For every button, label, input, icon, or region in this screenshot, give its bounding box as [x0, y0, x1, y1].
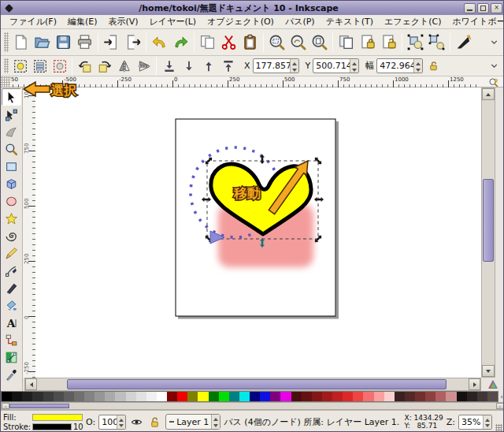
palette-swatch[interactable]	[280, 392, 291, 401]
palette-swatch[interactable]	[167, 392, 177, 401]
flip-vertical-button[interactable]	[134, 58, 154, 75]
zoom-field[interactable]: 35%	[458, 415, 492, 430]
menu-path[interactable]: パス(P)	[280, 14, 321, 29]
toolbar-overflow-button[interactable]	[488, 37, 499, 48]
palette-scrollbar[interactable]: ‹ ›	[1, 402, 504, 410]
opacity-field[interactable]: 100	[98, 415, 126, 430]
zoom-spinner[interactable]	[483, 415, 491, 429]
redo-button[interactable]	[170, 32, 191, 54]
rectangle-tool[interactable]	[2, 158, 21, 175]
palette-scroll-right-button[interactable]: ›	[496, 403, 504, 409]
layer-selector-spinner[interactable]	[211, 415, 220, 429]
y-field-spinner[interactable]	[350, 59, 358, 73]
zoom-page-button[interactable]	[309, 32, 330, 54]
gradient-tool[interactable]	[2, 348, 21, 366]
paste-button[interactable]	[239, 32, 261, 54]
palette-more-icon[interactable]: ‹	[498, 391, 504, 402]
vertical-scrollbar-thumb[interactable]	[483, 179, 494, 262]
palette-swatch[interactable]	[405, 392, 415, 401]
sticky-zoom-icon[interactable]	[484, 76, 502, 88]
scroll-left-button[interactable]	[25, 378, 37, 390]
scroll-right-button[interactable]	[469, 378, 480, 390]
new-document-button[interactable]	[10, 32, 32, 54]
menu-effects[interactable]: エフェクト(C)	[379, 14, 447, 29]
palette-swatch[interactable]	[332, 392, 343, 401]
ungroup-button[interactable]	[426, 32, 447, 54]
palette-swatch[interactable]	[374, 392, 384, 401]
menu-layer[interactable]: レイヤー(L)	[144, 14, 202, 29]
tweak-tool[interactable]	[2, 123, 21, 140]
maximize-button[interactable]	[477, 3, 489, 13]
select-all-layers-button[interactable]	[30, 58, 50, 75]
node-tool[interactable]	[2, 106, 21, 123]
print-button[interactable]	[74, 32, 95, 54]
cut-button[interactable]	[218, 32, 239, 54]
palette-swatch[interactable]	[43, 392, 54, 401]
paint-bucket-tool[interactable]	[2, 296, 21, 314]
palette-swatch[interactable]	[105, 392, 115, 401]
export-button[interactable]	[122, 32, 143, 54]
spiral-tool[interactable]	[2, 227, 21, 244]
palette-swatch[interactable]	[260, 392, 270, 401]
palette-swatch[interactable]	[22, 392, 32, 401]
color-managed-display-icon[interactable]	[483, 378, 503, 391]
box3d-tool[interactable]	[2, 175, 21, 192]
palette-swatch[interactable]	[126, 392, 136, 401]
unlink-clone-button[interactable]	[378, 32, 399, 54]
clone-button[interactable]	[357, 32, 378, 54]
palette-swatch[interactable]	[177, 392, 187, 401]
pencil-tool[interactable]	[2, 244, 21, 262]
zoom-tool[interactable]	[2, 140, 21, 158]
minimize-button[interactable]	[464, 3, 476, 13]
duplicate-button[interactable]	[335, 32, 357, 54]
menu-edit[interactable]: 編集(E)	[62, 14, 103, 29]
raise-button[interactable]	[198, 58, 218, 75]
titlebar[interactable]: /home/tokoi/無題ドキュメント 10 - Inkscape ×	[1, 1, 504, 15]
lock-ratio-icon[interactable]	[425, 58, 441, 74]
palette-swatch[interactable]	[270, 392, 280, 401]
scroll-up-button[interactable]	[482, 88, 495, 100]
fill-stroke-indicator[interactable]: Fill: Stroke: 10	[3, 412, 83, 431]
text-tool[interactable]: A	[2, 314, 21, 331]
import-button[interactable]	[101, 32, 122, 54]
scroll-down-button[interactable]	[482, 365, 495, 377]
zoom-selection-button[interactable]	[266, 32, 287, 54]
layer-selector[interactable]: Layer 1	[165, 414, 220, 430]
canvas[interactable]: 移動	[35, 88, 481, 378]
xml-editor-button[interactable]	[453, 32, 474, 54]
menu-view[interactable]: 表示(V)	[103, 14, 144, 29]
palette-swatch[interactable]	[136, 392, 146, 401]
palette-swatch[interactable]	[322, 392, 332, 401]
rotate-cw-button[interactable]	[94, 58, 114, 75]
palette-swatch[interactable]	[74, 392, 84, 401]
toolbar-grip[interactable]	[4, 32, 9, 52]
palette-swatch[interactable]	[198, 392, 208, 401]
vertical-scrollbar[interactable]	[481, 88, 495, 378]
palette-swatch[interactable]	[12, 392, 22, 401]
menu-whiteboard[interactable]: ホワイトボード(R)	[447, 14, 504, 29]
palette-swatch[interactable]	[2, 392, 12, 401]
palette-swatch[interactable]	[343, 392, 353, 401]
width-field-spinner[interactable]	[413, 59, 422, 73]
palette-swatch[interactable]	[384, 392, 395, 401]
raise-to-top-button[interactable]	[218, 58, 238, 75]
palette-swatch[interactable]	[32, 392, 43, 401]
opacity-spinner[interactable]	[117, 415, 125, 429]
palette-swatch[interactable]	[209, 392, 219, 401]
palette-swatch[interactable]	[467, 392, 477, 401]
menu-file[interactable]: ファイル(F)	[4, 14, 62, 29]
rotate-ccw-button[interactable]	[75, 58, 94, 75]
deselect-button[interactable]	[50, 58, 69, 75]
zoom-drawing-button[interactable]	[287, 32, 309, 54]
open-button[interactable]	[32, 32, 53, 54]
palette-swatch[interactable]	[435, 392, 446, 401]
menu-text[interactable]: テキスト(T)	[321, 14, 379, 29]
connector-tool[interactable]	[2, 331, 21, 348]
flip-horizontal-button[interactable]	[114, 58, 134, 75]
palette-swatch[interactable]	[54, 392, 64, 401]
palette-swatch[interactable]	[395, 392, 405, 401]
palette-swatch[interactable]	[115, 392, 125, 401]
palette-swatch[interactable]	[457, 392, 467, 401]
y-field[interactable]: 500.714	[313, 58, 359, 73]
calligraphy-tool[interactable]	[2, 279, 21, 296]
